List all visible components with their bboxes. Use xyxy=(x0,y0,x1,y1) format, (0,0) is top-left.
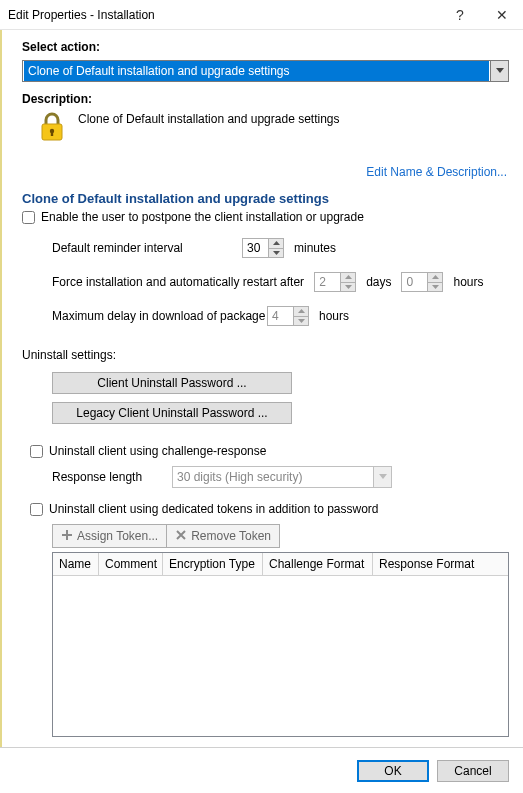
chevron-up-icon[interactable] xyxy=(269,239,283,249)
help-button[interactable]: ? xyxy=(439,0,481,30)
chevron-down-icon[interactable] xyxy=(373,467,391,487)
challenge-response-checkbox[interactable] xyxy=(30,445,43,458)
force-install-label: Force installation and automatically res… xyxy=(52,275,304,289)
description-label: Description: xyxy=(22,92,509,106)
section-heading: Clone of Default installation and upgrad… xyxy=(22,191,509,206)
window-left-accent xyxy=(0,30,2,747)
select-action-value: Clone of Default installation and upgrad… xyxy=(24,61,489,81)
max-delay-label: Maximum delay in download of package xyxy=(52,309,257,323)
grid-header-challenge[interactable]: Challenge Format xyxy=(263,553,373,575)
response-length-select[interactable]: 30 digits (High security) xyxy=(172,466,392,488)
max-delay-spinner[interactable]: 4 xyxy=(267,306,309,326)
grid-body-empty xyxy=(53,576,508,736)
svg-rect-2 xyxy=(51,131,53,136)
chevron-up-icon[interactable] xyxy=(428,273,442,283)
assign-token-button[interactable]: Assign Token... xyxy=(53,525,167,547)
select-action-combo[interactable]: Clone of Default installation and upgrad… xyxy=(22,60,509,82)
chevron-down-icon[interactable] xyxy=(490,61,508,81)
dedicated-tokens-checkbox[interactable] xyxy=(30,503,43,516)
postpone-checkbox-label: Enable the user to postpone the client i… xyxy=(41,210,364,224)
remove-token-button[interactable]: Remove Token xyxy=(167,525,279,547)
tokens-grid[interactable]: Name Comment Encryption Type Challenge F… xyxy=(52,552,509,737)
force-hours-spinner[interactable]: 0 xyxy=(401,272,443,292)
edit-name-description-link[interactable]: Edit Name & Description... xyxy=(366,165,507,179)
chevron-up-icon[interactable] xyxy=(341,273,355,283)
postpone-checkbox[interactable] xyxy=(22,211,35,224)
client-uninstall-password-button[interactable]: Client Uninstall Password ... xyxy=(52,372,292,394)
force-days-spinner[interactable]: 2 xyxy=(314,272,356,292)
description-text: Clone of Default installation and upgrad… xyxy=(78,112,340,126)
legacy-client-uninstall-password-button[interactable]: Legacy Client Uninstall Password ... xyxy=(52,402,292,424)
plus-icon xyxy=(61,529,73,544)
challenge-response-label: Uninstall client using challenge-respons… xyxy=(49,444,266,458)
grid-header-name[interactable]: Name xyxy=(53,553,99,575)
force-hours-unit: hours xyxy=(453,275,483,289)
grid-header-row: Name Comment Encryption Type Challenge F… xyxy=(53,553,508,576)
close-button[interactable]: ✕ xyxy=(481,0,523,30)
select-action-label: Select action: xyxy=(22,40,509,54)
reminder-interval-unit: minutes xyxy=(294,241,336,255)
uninstall-settings-label: Uninstall settings: xyxy=(22,348,509,362)
reminder-interval-spinner[interactable]: 30 xyxy=(242,238,284,258)
lock-icon xyxy=(38,112,66,147)
grid-header-response[interactable]: Response Format xyxy=(373,553,508,575)
x-icon xyxy=(175,529,187,544)
titlebar: Edit Properties - Installation ? ✕ xyxy=(0,0,523,30)
window-title: Edit Properties - Installation xyxy=(8,8,439,22)
cancel-button[interactable]: Cancel xyxy=(437,760,509,782)
dedicated-tokens-label: Uninstall client using dedicated tokens … xyxy=(49,502,379,516)
ok-button[interactable]: OK xyxy=(357,760,429,782)
chevron-up-icon[interactable] xyxy=(294,307,308,317)
force-days-unit: days xyxy=(366,275,391,289)
reminder-interval-label: Default reminder interval xyxy=(52,241,232,255)
dialog-footer: OK Cancel xyxy=(0,747,523,793)
max-delay-unit: hours xyxy=(319,309,349,323)
chevron-down-icon[interactable] xyxy=(294,317,308,326)
chevron-down-icon[interactable] xyxy=(341,283,355,292)
response-length-label: Response length xyxy=(52,470,162,484)
chevron-down-icon[interactable] xyxy=(428,283,442,292)
grid-header-comment[interactable]: Comment xyxy=(99,553,163,575)
grid-header-encryption[interactable]: Encryption Type xyxy=(163,553,263,575)
chevron-down-icon[interactable] xyxy=(269,249,283,258)
